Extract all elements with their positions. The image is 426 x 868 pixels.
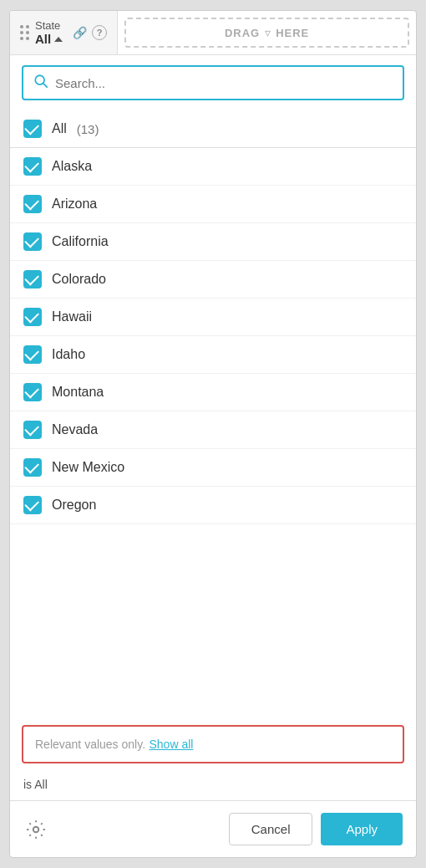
checkbox-nevada[interactable]: [23, 421, 42, 439]
checkbox-all[interactable]: [23, 120, 42, 138]
list-item-idaho[interactable]: Idaho: [10, 336, 416, 374]
search-box: [22, 65, 404, 100]
list-item-all[interactable]: All (13): [10, 110, 416, 148]
checkbox-california[interactable]: [23, 232, 42, 251]
footer: Cancel Apply: [10, 800, 416, 857]
checkbox-hawaii[interactable]: [23, 308, 42, 326]
search-container: [10, 55, 416, 107]
field-label: State: [35, 19, 63, 32]
header-title-block: State All: [35, 19, 63, 46]
list-item-arizona[interactable]: Arizona: [10, 186, 416, 223]
item-label-oregon: Oregon: [52, 498, 96, 513]
show-all-link[interactable]: Show all: [150, 738, 194, 751]
checkbox-montana[interactable]: [23, 383, 42, 401]
header-icons: 🔗 ?: [73, 25, 107, 40]
checkbox-alaska[interactable]: [23, 157, 42, 176]
list-item-hawaii[interactable]: Hawaii: [10, 299, 416, 336]
item-label-idaho: Idaho: [52, 347, 85, 362]
list-item-new-mexico[interactable]: New Mexico: [10, 449, 416, 487]
cancel-button[interactable]: Cancel: [229, 813, 313, 845]
chevron-up-icon: [54, 37, 63, 42]
checkbox-arizona[interactable]: [23, 195, 42, 213]
item-label-arizona: Arizona: [52, 197, 97, 212]
checkbox-idaho[interactable]: [23, 345, 42, 364]
item-label-california: California: [52, 234, 109, 249]
drag-here-suffix: HERE: [276, 27, 309, 39]
settings-icon[interactable]: [23, 817, 48, 842]
footer-buttons: Cancel Apply: [229, 813, 403, 845]
item-label-new-mexico: New Mexico: [52, 460, 124, 475]
checkbox-new-mexico[interactable]: [23, 458, 42, 477]
help-icon[interactable]: ?: [92, 25, 107, 40]
item-count-all: (13): [77, 122, 99, 136]
list-item-colorado[interactable]: Colorado: [10, 261, 416, 299]
item-label-alaska: Alaska: [52, 159, 92, 174]
item-label-all: All: [52, 121, 67, 136]
drag-handle[interactable]: [20, 25, 30, 41]
filter-icon: ▿: [265, 26, 271, 39]
svg-line-1: [43, 84, 48, 88]
is-all-row: is All: [10, 770, 416, 800]
list-item-montana[interactable]: Montana: [10, 374, 416, 411]
item-label-hawaii: Hawaii: [52, 309, 92, 324]
svg-point-2: [33, 826, 39, 832]
link-icon[interactable]: 🔗: [73, 26, 87, 39]
list-item-california[interactable]: California: [10, 223, 416, 261]
list-item-oregon[interactable]: Oregon: [10, 487, 416, 524]
drag-here-text: DRAG: [225, 27, 260, 39]
list-item-alaska[interactable]: Alaska: [10, 148, 416, 186]
item-label-nevada: Nevada: [52, 422, 98, 437]
drag-drop-zone[interactable]: DRAG ▿ HERE: [124, 18, 409, 48]
checkbox-colorado[interactable]: [23, 270, 42, 288]
filter-panel: State All 🔗 ? DRAG ▿ HERE: [9, 10, 417, 858]
is-all-text: is All: [23, 778, 48, 791]
header-left: State All 🔗 ?: [10, 11, 118, 54]
field-value-text: All: [35, 32, 51, 46]
item-label-colorado: Colorado: [52, 272, 106, 287]
search-input[interactable]: [55, 76, 393, 90]
relevant-values-banner: Relevant values only. Show all: [22, 725, 404, 763]
list-item-nevada[interactable]: Nevada: [10, 411, 416, 449]
search-icon: [33, 74, 48, 92]
panel-header: State All 🔗 ? DRAG ▿ HERE: [10, 11, 416, 55]
state-list: All (13) Alaska Arizona California Color…: [10, 107, 416, 718]
field-value[interactable]: All: [35, 32, 63, 46]
checkbox-oregon[interactable]: [23, 496, 42, 514]
relevant-values-text: Relevant values only.: [35, 738, 145, 751]
apply-button[interactable]: Apply: [321, 813, 403, 845]
item-label-montana: Montana: [52, 385, 104, 400]
